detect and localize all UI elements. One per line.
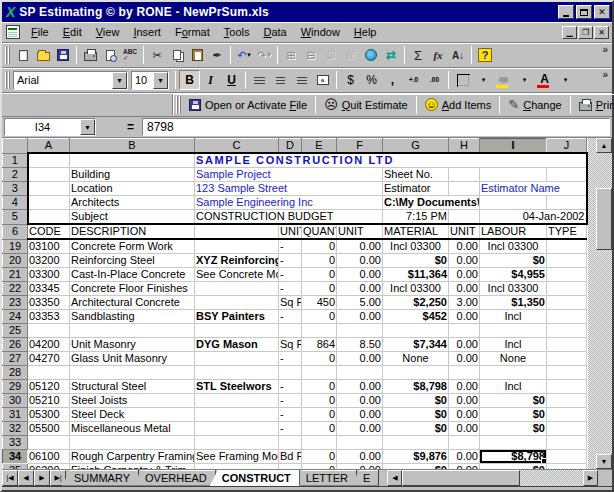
- unit-rate-cell[interactable]: [449, 324, 480, 338]
- toolbar-grip[interactable]: [5, 71, 10, 89]
- labour-cell[interactable]: Incl: [480, 338, 547, 352]
- quantity-cell[interactable]: 0: [302, 254, 337, 268]
- cell[interactable]: [28, 210, 70, 225]
- vendor-cell[interactable]: [195, 324, 279, 338]
- print-preview-icon[interactable]: [100, 45, 120, 65]
- code-cell[interactable]: 03200: [28, 254, 70, 268]
- code-cell[interactable]: 04200: [28, 338, 70, 352]
- unit-rate-cell[interactable]: 0.00: [449, 380, 480, 394]
- sheet-tab-summary[interactable]: SUMMARY: [62, 470, 139, 486]
- labour-cell[interactable]: [480, 436, 547, 450]
- building-label-cell[interactable]: Building: [70, 168, 195, 182]
- selected-cell[interactable]: $8,798: [480, 450, 547, 464]
- material-cell[interactable]: $8,798: [383, 380, 449, 394]
- row-header[interactable]: 19: [3, 239, 28, 254]
- web-refresh-icon[interactable]: ⇄: [381, 45, 401, 65]
- row-header[interactable]: 21: [3, 268, 28, 282]
- type-cell[interactable]: [547, 268, 587, 282]
- description-cell[interactable]: Unit Masonry: [70, 338, 195, 352]
- labour-cell[interactable]: $0: [480, 394, 547, 408]
- formula-input[interactable]: 8798: [142, 118, 610, 136]
- type-cell[interactable]: [547, 380, 587, 394]
- unit-rate-cell[interactable]: [337, 366, 383, 380]
- column-header-H[interactable]: H: [449, 139, 480, 154]
- font-size-combo[interactable]: 10 ▼: [131, 71, 169, 90]
- type-cell[interactable]: [547, 436, 587, 450]
- description-cell[interactable]: Steel Joists: [70, 394, 195, 408]
- code-cell[interactable]: 05300: [28, 408, 70, 422]
- code-cell[interactable]: 05500: [28, 422, 70, 436]
- subject-value-cell[interactable]: CONSTRUCTION BUDGET: [195, 210, 383, 225]
- percent-style-button[interactable]: %: [361, 70, 382, 90]
- sheet-no-label-cell[interactable]: Sheet No.: [383, 168, 449, 182]
- scroll-down-icon[interactable]: ▼: [596, 454, 612, 469]
- header-material[interactable]: MATERIAL: [383, 224, 449, 239]
- code-cell[interactable]: [28, 366, 70, 380]
- unit-rate-cell[interactable]: 0.00: [449, 254, 480, 268]
- horizontal-scrollbar[interactable]: ◀ ▶: [387, 470, 612, 486]
- company-title-cell[interactable]: SAMPLE CONSTRUCTION LTD: [195, 153, 587, 168]
- chevron-down-icon[interactable]: ▼: [112, 72, 127, 89]
- vendor-cell[interactable]: STL Steelwors: [195, 380, 279, 394]
- file-path-cell[interactable]: C:\My Documents\AspakerReal2\[NewPrSum.x…: [383, 196, 480, 210]
- unit-rate-cell[interactable]: 0.00: [449, 394, 480, 408]
- menu-edit[interactable]: Edit: [56, 24, 89, 40]
- row-header[interactable]: 2: [3, 168, 28, 182]
- name-box[interactable]: I34 ▼: [4, 118, 96, 136]
- sheet-restore-button[interactable]: ❐: [578, 26, 593, 39]
- format-painter-icon[interactable]: ✒: [207, 45, 227, 65]
- row-header[interactable]: 27: [3, 352, 28, 366]
- cell[interactable]: [449, 210, 480, 225]
- row-header[interactable]: 28: [3, 366, 28, 380]
- unit-rate-cell[interactable]: [337, 436, 383, 450]
- sheet-tab-letter[interactable]: LETTER: [294, 470, 357, 486]
- row-header[interactable]: 31: [3, 408, 28, 422]
- quantity-cell[interactable]: 0: [302, 282, 337, 296]
- quantity-cell[interactable]: [302, 366, 337, 380]
- material-cell[interactable]: $0: [383, 394, 449, 408]
- header-type[interactable]: TYPE: [547, 224, 587, 239]
- autosum-icon[interactable]: Σ: [408, 45, 428, 65]
- cell[interactable]: [449, 168, 480, 182]
- labour-cell[interactable]: $4,955: [480, 268, 547, 282]
- unit-cell[interactable]: -: [279, 422, 302, 436]
- type-cell[interactable]: [547, 366, 587, 380]
- unit-rate-cell[interactable]: [449, 436, 480, 450]
- scroll-left-icon[interactable]: ◀: [387, 470, 402, 486]
- description-cell[interactable]: Concrete Floor Finishes: [70, 282, 195, 296]
- menu-insert[interactable]: Insert: [126, 24, 168, 40]
- description-cell[interactable]: Structural Steel: [70, 380, 195, 394]
- custom-tool-icon-2[interactable]: ⊟: [301, 45, 321, 65]
- type-cell[interactable]: [547, 394, 587, 408]
- labour-cell[interactable]: None: [480, 352, 547, 366]
- code-cell[interactable]: 06200: [28, 464, 70, 470]
- unit-rate-cell[interactable]: 0.00: [449, 450, 480, 464]
- sheet-minimize-button[interactable]: ▁: [562, 26, 577, 39]
- align-left-icon[interactable]: [249, 70, 270, 90]
- increase-decimal-icon[interactable]: +.0: [403, 70, 424, 90]
- vendor-cell[interactable]: [195, 282, 279, 296]
- quantity-cell[interactable]: [302, 324, 337, 338]
- quantity-cell[interactable]: 0: [302, 380, 337, 394]
- cell[interactable]: [547, 196, 587, 210]
- sheet-tab-overhead[interactable]: OVERHEAD: [133, 470, 216, 486]
- code-cell[interactable]: 04270: [28, 352, 70, 366]
- vendor-cell[interactable]: [195, 394, 279, 408]
- material-cell[interactable]: $0: [383, 422, 449, 436]
- quantity-cell[interactable]: 0: [302, 394, 337, 408]
- menu-format[interactable]: Format: [168, 24, 217, 40]
- unit-cell[interactable]: -: [279, 239, 302, 254]
- italic-button[interactable]: I: [200, 70, 221, 90]
- description-cell[interactable]: Glass Unit Masonry: [70, 352, 195, 366]
- quit-estimate-button[interactable]: ☹Quit Estimate: [319, 95, 413, 115]
- description-cell[interactable]: Steel Deck: [70, 408, 195, 422]
- quantity-cell[interactable]: 0: [302, 310, 337, 324]
- column-header-A[interactable]: A: [28, 139, 70, 154]
- vendor-cell[interactable]: XYZ Reinforcing: [195, 254, 279, 268]
- row-header[interactable]: 6: [3, 224, 28, 239]
- unit-rate-cell[interactable]: 3.00: [449, 296, 480, 310]
- material-cell[interactable]: Incl 03300: [383, 282, 449, 296]
- labour-cell[interactable]: [480, 324, 547, 338]
- description-cell[interactable]: [70, 366, 195, 380]
- unit-rate-cell[interactable]: 0.00: [337, 422, 383, 436]
